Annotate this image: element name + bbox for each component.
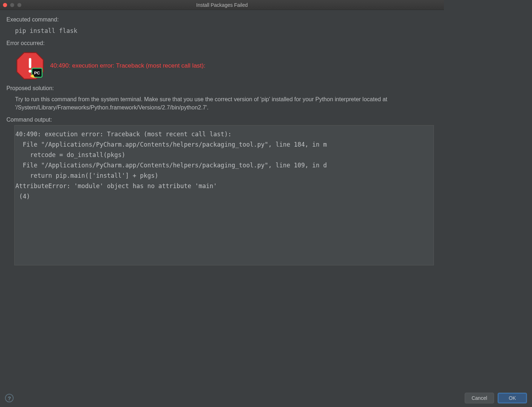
titlebar: Install Packages Failed: [0, 0, 444, 10]
window-title: Install Packages Failed: [0, 2, 444, 8]
minimize-window-button[interactable]: [10, 3, 14, 7]
command-output-box[interactable]: 40:490: execution error: Traceback (most…: [14, 125, 434, 265]
svg-text:PC: PC: [34, 70, 40, 75]
dialog-body: Executed command: pip install flask Erro…: [0, 10, 444, 265]
proposed-solution-label: Proposed solution:: [6, 85, 437, 92]
error-occurred-label: Error occurred:: [6, 40, 437, 46]
command-output-label: Command output:: [6, 117, 437, 123]
maximize-window-button[interactable]: [17, 3, 21, 7]
svg-rect-1: [29, 58, 32, 68]
svg-point-2: [29, 70, 32, 73]
window-controls: [3, 3, 21, 7]
error-headline: 40:490: execution error: Traceback (most…: [50, 62, 205, 70]
command-output-text: 40:490: execution error: Traceback (most…: [15, 129, 434, 201]
error-icon: PC: [15, 51, 45, 81]
executed-command-label: Executed command:: [6, 16, 437, 23]
proposed-solution-text: Try to run this command from the system …: [6, 94, 437, 114]
close-window-button[interactable]: [3, 3, 7, 7]
executed-command: pip install flask: [6, 25, 437, 38]
error-row: PC 40:490: execution error: Traceback (m…: [6, 49, 437, 83]
